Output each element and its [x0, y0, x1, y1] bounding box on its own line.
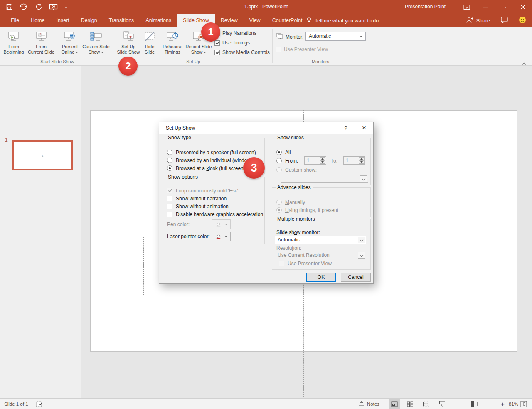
- slide-show-monitor-dropdown[interactable]: Automatic: [275, 236, 366, 244]
- zoom-in-button[interactable]: +: [501, 399, 505, 409]
- cancel-button[interactable]: Cancel: [341, 273, 371, 282]
- radio-browsed-by-individual[interactable]: Browsed by an individual (window): [167, 157, 252, 164]
- close-icon[interactable]: [513, 0, 532, 14]
- radio-browsed-at-kiosk[interactable]: Browsed at a kiosk (full screen): [167, 165, 245, 172]
- lightbulb-icon: [306, 17, 312, 25]
- present-online-button[interactable]: Present Online: [58, 29, 81, 62]
- powerpoint-window: 1.pptx - PowerPoint Presentation Point F…: [0, 0, 532, 409]
- comments-icon[interactable]: [501, 17, 508, 25]
- dialog-title-bar[interactable]: Set Up Show ? ×: [159, 122, 373, 134]
- show-slides-group: Show slides All From: 1 To: 1: [272, 138, 371, 185]
- smiley-feedback-icon[interactable]: [519, 16, 526, 25]
- tab-counterpoint[interactable]: CounterPoint: [266, 14, 308, 27]
- monitor-row: Monitor:: [276, 33, 303, 41]
- resolution-label: Resolution:: [276, 244, 301, 251]
- use-timings-checkbox[interactable]: Use Timings: [214, 39, 250, 46]
- slide-show-view-button[interactable]: [436, 399, 448, 409]
- tab-design[interactable]: Design: [75, 14, 103, 27]
- ribbon-display-options-icon[interactable]: [457, 0, 476, 14]
- tab-animations[interactable]: Animations: [140, 14, 177, 27]
- show-without-animation-checkbox[interactable]: Show without animation: [167, 203, 229, 210]
- button-label: Custom Slide: [81, 44, 111, 49]
- zoom-slider-thumb[interactable]: [471, 401, 474, 407]
- radio-icon: [276, 158, 282, 163]
- group-label-start-slide-show: Start Slide Show: [2, 59, 112, 64]
- normal-view-button[interactable]: [389, 399, 400, 409]
- zoom-percentage[interactable]: 81%: [509, 399, 518, 409]
- disable-hardware-acceleration-checkbox[interactable]: Disable hardware graphics acceleration: [167, 211, 263, 218]
- slide-indicator: Slide 1 of 1: [4, 399, 28, 409]
- ribbon-tab-row: File Home Insert Design Transitions Anim…: [0, 14, 532, 27]
- spellcheck-icon[interactable]: [35, 399, 42, 409]
- start-from-beginning-icon[interactable]: [49, 3, 58, 11]
- share-button[interactable]: Share: [466, 17, 490, 25]
- button-label: Beginning: [2, 49, 25, 55]
- chevron-down-icon: [362, 177, 365, 180]
- redo-icon[interactable]: [35, 3, 43, 10]
- checkbox-label: Use Presenter View: [284, 47, 328, 52]
- radio-presented-by-speaker[interactable]: Presented by a speaker (full screen): [167, 149, 256, 156]
- monitor-dropdown[interactable]: Automatic: [305, 32, 366, 41]
- reading-view-button[interactable]: [420, 399, 432, 409]
- save-icon[interactable]: [6, 3, 13, 10]
- tab-home[interactable]: Home: [25, 14, 50, 27]
- rehearse-timings-button[interactable]: Rehearse Timings: [160, 29, 185, 62]
- account-name[interactable]: Presentation Point: [405, 0, 446, 14]
- customize-qat-icon[interactable]: [64, 5, 68, 9]
- fit-slide-to-window-button[interactable]: [520, 399, 527, 409]
- spinner-buttons: [320, 157, 325, 164]
- normal-view-icon: [391, 401, 398, 407]
- radio-all-slides[interactable]: All: [276, 149, 291, 156]
- collapse-ribbon-icon[interactable]: [523, 60, 525, 67]
- button-label: Show: [184, 49, 213, 55]
- restore-icon[interactable]: [495, 0, 513, 14]
- zoom-out-button[interactable]: −: [451, 399, 455, 409]
- from-beginning-icon: [2, 29, 25, 44]
- from-current-slide-button[interactable]: From Current Slide: [25, 29, 57, 62]
- tab-transitions[interactable]: Transitions: [103, 14, 140, 27]
- play-narrations-checkbox[interactable]: Play Narrations: [214, 30, 256, 37]
- advance-slides-group: Advance slides Manually Using timings, i…: [272, 187, 371, 217]
- dialog-title: Set Up Show: [166, 122, 195, 134]
- zoom-slider-track[interactable]: [457, 404, 500, 404]
- dropdown-value: Use Current Resolution: [278, 252, 330, 258]
- pen-color-icon: [215, 222, 222, 227]
- undo-icon[interactable]: [19, 3, 29, 10]
- button-label: Current Slide: [25, 49, 57, 55]
- minimize-icon[interactable]: [476, 0, 495, 14]
- button-label: From: [2, 44, 25, 49]
- button-label: Show: [81, 49, 111, 55]
- tab-view[interactable]: View: [244, 14, 266, 27]
- group-divider: [272, 29, 273, 63]
- tab-review[interactable]: Review: [215, 14, 244, 27]
- checkbox-label: Show without animation: [176, 204, 229, 209]
- show-media-controls-checkbox[interactable]: Show Media Controls: [214, 49, 270, 56]
- slide-sorter-icon: [407, 401, 414, 407]
- checkbox-label: Show Media Controls: [222, 49, 270, 55]
- multiple-monitors-group: Multiple monitors Slide show monitor: Au…: [272, 219, 371, 270]
- dialog-close-icon[interactable]: ×: [355, 122, 374, 134]
- slide-sorter-view-button[interactable]: [404, 399, 416, 409]
- quick-access-toolbar: [6, 0, 68, 14]
- checkbox-label: Use Timings: [222, 40, 250, 46]
- slide-thumbnail[interactable]: s: [12, 140, 73, 170]
- custom-slide-show-button[interactable]: Custom Slide Show: [81, 29, 111, 62]
- dropdown-caret-icon: [360, 36, 362, 37]
- annotation-step-3: 3: [243, 157, 265, 179]
- present-online-icon: [58, 29, 81, 44]
- slide-thumbnails-panel: 1 s: [0, 66, 81, 398]
- laser-pointer-color-dropdown[interactable]: [212, 232, 231, 241]
- radio-label: Browsed at a kiosk (full screen): [176, 165, 245, 171]
- hide-slide-button[interactable]: Hide Slide: [141, 29, 158, 62]
- ok-button[interactable]: OK: [306, 273, 336, 282]
- tab-insert[interactable]: Insert: [51, 14, 75, 27]
- dropdown-button: [358, 252, 365, 259]
- chevron-down-icon: [360, 238, 363, 241]
- tell-me-box[interactable]: Tell me what you want to do: [306, 14, 379, 27]
- from-beginning-button[interactable]: From Beginning: [2, 29, 25, 62]
- notes-toggle[interactable]: Notes: [358, 399, 379, 409]
- show-without-narration-checkbox[interactable]: Show without narration: [167, 195, 227, 202]
- radio-from-slides[interactable]: From:: [276, 157, 298, 164]
- tab-file[interactable]: File: [5, 14, 25, 27]
- dialog-help-icon[interactable]: ?: [339, 122, 352, 134]
